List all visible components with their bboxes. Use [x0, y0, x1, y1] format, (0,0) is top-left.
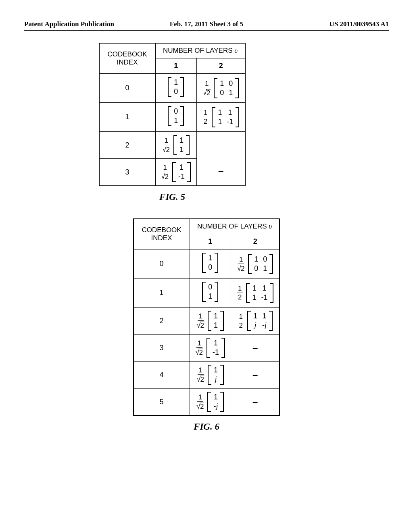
fig5-row-1-index: 1 [99, 103, 156, 132]
fig6-caption: FIG. 6 [194, 422, 219, 432]
fig6-row-1-layer2: 12111-1 [231, 278, 280, 308]
fig6-row-1: 10112111-1 [133, 278, 280, 308]
fig5-col-layers: NUMBER OF LAYERS υ [155, 43, 245, 58]
fig6-col-layers: NUMBER OF LAYERS υ [190, 219, 280, 234]
fig5-row-3-index: 3 [99, 159, 156, 186]
fig5-row-0-layer1: 10 [155, 74, 196, 103]
fig5-table: CODEBOOKINDEXNUMBER OF LAYERS υ120101√21… [99, 43, 246, 186]
fig6-row-0: 0101√21001 [133, 249, 280, 278]
fig6-row-4-index: 4 [133, 362, 190, 389]
fig6-row-3-index: 3 [133, 335, 190, 362]
fig5-layer2-head: 2 [196, 58, 245, 74]
figure-6: CODEBOOKINDEXNUMBER OF LAYERS υ120101√21… [24, 218, 389, 432]
fig6-row-5-layer1: 1√21-j [190, 389, 231, 416]
fig5-row-0-layer2: 1√21001 [196, 74, 245, 103]
fig6-table: CODEBOOKINDEXNUMBER OF LAYERS υ120101√21… [133, 218, 280, 416]
fig6-row-0-index: 0 [133, 249, 190, 278]
fig5-row-2-layer2: – [196, 132, 245, 186]
fig6-row-5-layer2: – [231, 389, 280, 416]
fig5-row-0: 0101√21001 [99, 74, 246, 103]
fig5-row-1-layer2: 12111-1 [196, 103, 245, 132]
fig6-row-2-index: 2 [133, 308, 190, 335]
fig6-row-4-layer2: – [231, 362, 280, 389]
fig5-row-1-layer1: 01 [155, 103, 196, 132]
fig6-row-3: 31√21-1– [133, 335, 280, 362]
fig6-row-5-index: 5 [133, 389, 190, 416]
fig6-row-5: 51√21-j– [133, 389, 280, 416]
fig5-row-3-layer1: 1√21-1 [155, 159, 196, 186]
fig6-row-1-layer1: 01 [190, 278, 231, 308]
fig6-row-4: 41√21j– [133, 362, 280, 389]
fig6-row-2-layer2: 1211j-j [231, 308, 280, 335]
fig6-row-1-index: 1 [133, 278, 190, 308]
header-right: US 2011/0039543 A1 [267, 20, 389, 28]
fig6-row-0-layer1: 10 [190, 249, 231, 278]
fig6-row-4-layer1: 1√21j [190, 362, 231, 389]
fig6-row-3-layer2: – [231, 335, 280, 362]
fig6-row-3-layer1: 1√21-1 [190, 335, 231, 362]
fig5-row-2: 21√211– [99, 132, 246, 159]
fig6-layer1-head: 1 [190, 234, 231, 249]
fig5-row-2-layer1: 1√211 [155, 132, 196, 159]
header-rule [24, 30, 389, 31]
figure-5: CODEBOOKINDEXNUMBER OF LAYERS υ120101√21… [0, 43, 389, 202]
page-header: Patent Application Publication Feb. 17, … [24, 20, 389, 28]
header-mid: Feb. 17, 2011 Sheet 3 of 5 [146, 20, 267, 28]
fig5-row-1: 10112111-1 [99, 103, 246, 132]
fig6-row-2-layer1: 1√211 [190, 308, 231, 335]
fig5-row-0-index: 0 [99, 74, 156, 103]
fig6-layer2-head: 2 [231, 234, 280, 249]
fig6-row-2: 21√2111211j-j [133, 308, 280, 335]
header-left: Patent Application Publication [24, 20, 146, 28]
fig5-layer1-head: 1 [155, 58, 196, 74]
fig6-row-0-layer2: 1√21001 [231, 249, 280, 278]
page: Patent Application Publication Feb. 17, … [0, 0, 413, 464]
fig5-row-2-index: 2 [99, 132, 156, 159]
fig5-col-index: CODEBOOKINDEX [99, 43, 156, 74]
fig5-caption: FIG. 5 [159, 192, 185, 202]
fig6-col-index: CODEBOOKINDEX [133, 219, 190, 249]
